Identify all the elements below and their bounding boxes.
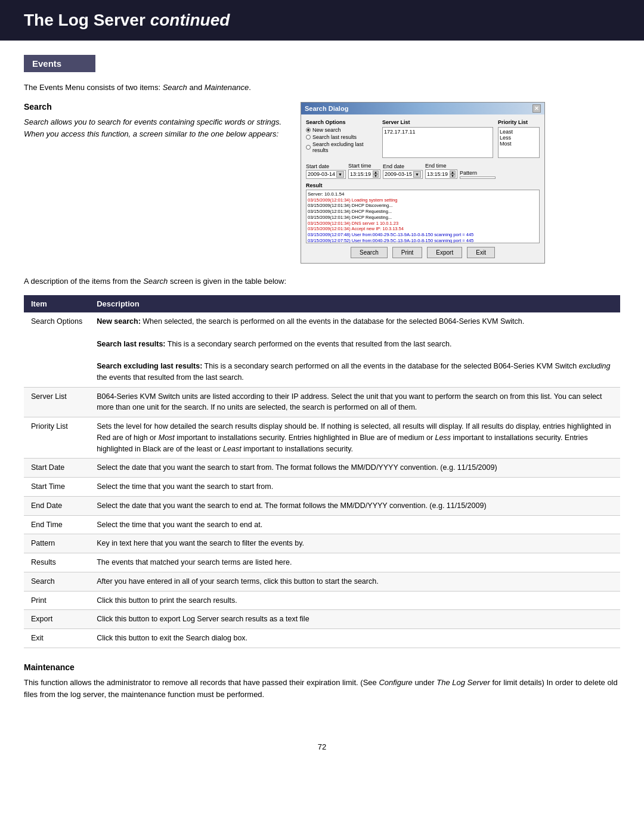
end-date-input[interactable]: 2009-03-15 ▼ bbox=[383, 170, 423, 179]
pattern-input[interactable] bbox=[460, 176, 496, 179]
events-section-title: Events bbox=[24, 55, 95, 72]
table-cell-desc: Select the time that you want the search… bbox=[89, 515, 620, 534]
table-cell-item: Server List bbox=[24, 387, 89, 417]
search-options-label: Search Options bbox=[306, 119, 377, 125]
two-col-layout: Search Search allows you to search for e… bbox=[24, 102, 620, 264]
server-list-label: Server List bbox=[382, 119, 493, 125]
search-last-radio-circle bbox=[306, 135, 311, 140]
search-description: Search allows you to search for events c… bbox=[24, 116, 286, 140]
result-line-2: 03/15/2009(12:01:34) DHCP Discovering... bbox=[308, 203, 538, 209]
priority-item-least: Least bbox=[500, 129, 538, 135]
info-table: Item Description Search OptionsNew searc… bbox=[24, 295, 620, 648]
server-listbox[interactable]: 172.17.17.11 bbox=[382, 127, 493, 158]
start-date-dropdown-icon[interactable]: ▼ bbox=[336, 171, 344, 178]
dialog-search-options: Search Options New search Search last re… bbox=[306, 119, 377, 158]
page-header: The Log Server continued bbox=[0, 0, 644, 41]
table-cell-item: Search bbox=[24, 572, 89, 591]
end-date-group: End date 2009-03-15 ▼ bbox=[383, 163, 423, 179]
table-row: Start TimeSelect the time that you want … bbox=[24, 478, 620, 497]
result-line-5: 03/15/2009(12:01:34) DNS server 1 10.0.1… bbox=[308, 221, 538, 227]
search-excl-radio-circle bbox=[306, 145, 311, 150]
table-cell-item: Search Options bbox=[24, 312, 89, 387]
dialog-dates-row: Start date 2009-03-14 ▼ Start time 13:15… bbox=[306, 163, 540, 179]
new-search-label: New search bbox=[312, 127, 341, 133]
table-cell-desc: New search: When selected, the search is… bbox=[89, 312, 620, 387]
table-cell-item: Print bbox=[24, 591, 89, 610]
table-row: PatternKey in text here that you want th… bbox=[24, 534, 620, 553]
start-date-label: Start date bbox=[306, 163, 346, 169]
result-line-3: 03/15/2009(12:01:34) DHCP Requesting... bbox=[308, 209, 538, 215]
table-cell-desc: After you have entered in all of your se… bbox=[89, 572, 620, 591]
search-button[interactable]: Search bbox=[351, 247, 388, 258]
start-time-input[interactable]: 13:15:19 ▲ ▼ bbox=[348, 169, 380, 179]
result-box: Server: 10.0.1.54 03/15/2009(12:01:34) L… bbox=[306, 190, 540, 243]
table-row: Start DateSelect the date that you want … bbox=[24, 459, 620, 478]
end-time-label: End time bbox=[425, 163, 457, 169]
table-cell-item: End Time bbox=[24, 515, 89, 534]
table-cell-item: Priority List bbox=[24, 417, 89, 459]
result-line-8: 03/15/2009(12:07:52) User from:0040-29-5… bbox=[308, 238, 538, 243]
dialog-titlebar: Search Dialog ✕ bbox=[301, 103, 544, 114]
dialog-close-button[interactable]: ✕ bbox=[532, 104, 541, 113]
dialog-title: Search Dialog bbox=[305, 105, 348, 112]
start-time-spinner[interactable]: ▲ ▼ bbox=[373, 171, 379, 178]
table-row: End TimeSelect the time that you want th… bbox=[24, 515, 620, 534]
result-server-line: Server: 10.0.1.54 bbox=[308, 191, 538, 197]
table-cell-desc: Click this button to print the search re… bbox=[89, 591, 620, 610]
search-last-radio[interactable]: Search last results bbox=[306, 134, 377, 140]
start-time-down-arrow[interactable]: ▼ bbox=[373, 174, 379, 178]
page-content: Events The Events Menu consists of two i… bbox=[0, 55, 644, 724]
priority-list-label: Priority List bbox=[498, 119, 540, 125]
new-search-radio-circle bbox=[306, 128, 311, 132]
start-date-value: 2009-03-14 bbox=[308, 171, 335, 177]
result-line-1: 03/15/2009(12:01:34) Loading system sett… bbox=[308, 197, 538, 203]
result-label: Result bbox=[306, 182, 540, 188]
table-cell-item: End Date bbox=[24, 496, 89, 515]
export-button[interactable]: Export bbox=[427, 247, 462, 258]
table-cell-desc: The events that matched your search term… bbox=[89, 553, 620, 572]
left-column: Search Search allows you to search for e… bbox=[24, 102, 286, 264]
table-cell-desc: B064-Series KVM Switch units are listed … bbox=[89, 387, 620, 417]
start-time-group: Start time 13:15:19 ▲ ▼ bbox=[348, 163, 380, 179]
result-line-4: 03/15/2009(12:01:34) DHCP Requesting... bbox=[308, 215, 538, 221]
search-last-label: Search last results bbox=[312, 134, 357, 140]
priority-listbox[interactable]: Least Less Most bbox=[498, 127, 540, 158]
end-time-input[interactable]: 13:15:19 ▲ ▼ bbox=[425, 169, 457, 179]
print-button[interactable]: Print bbox=[392, 247, 423, 258]
start-date-group: Start date 2009-03-14 ▼ bbox=[306, 163, 346, 179]
right-column: Search Dialog ✕ Search Options New searc… bbox=[301, 102, 551, 264]
pattern-group: Pattern bbox=[460, 170, 496, 179]
table-row: SearchAfter you have entered in all of y… bbox=[24, 572, 620, 591]
dialog-priority-list: Priority List Least Less Most bbox=[498, 119, 540, 158]
search-excl-radio[interactable]: Search excluding last results bbox=[306, 141, 377, 153]
end-date-dropdown-icon[interactable]: ▼ bbox=[413, 171, 421, 178]
dialog-top-row: Search Options New search Search last re… bbox=[306, 119, 540, 158]
search-excl-label: Search excluding last results bbox=[312, 141, 377, 153]
new-search-radio[interactable]: New search bbox=[306, 127, 377, 133]
table-cell-desc: Select the date that you want the search… bbox=[89, 496, 620, 515]
start-date-input[interactable]: 2009-03-14 ▼ bbox=[306, 170, 346, 179]
page-title: The Log Server continued bbox=[24, 11, 620, 30]
result-line-7: 03/15/2009(12:07:48) User from:0040-29-5… bbox=[308, 232, 538, 238]
table-cell-desc: Click this button to exit the Search dia… bbox=[89, 629, 620, 648]
dialog-buttons: Search Print Export Exit bbox=[306, 247, 540, 258]
table-cell-item: Start Time bbox=[24, 478, 89, 497]
table-cell-desc: Key in text here that you want the searc… bbox=[89, 534, 620, 553]
table-row: Server ListB064-Series KVM Switch units … bbox=[24, 387, 620, 417]
search-dialog-screenshot: Search Dialog ✕ Search Options New searc… bbox=[301, 102, 545, 264]
exit-button[interactable]: Exit bbox=[467, 247, 495, 258]
maintenance-text: This function allows the administrator t… bbox=[24, 677, 620, 701]
end-time-down-arrow[interactable]: ▼ bbox=[450, 174, 456, 178]
end-date-value: 2009-03-15 bbox=[385, 171, 412, 177]
end-time-spinner[interactable]: ▲ ▼ bbox=[450, 171, 456, 178]
result-line-6: 03/15/2009(12:01:34) Accept new IP: 10.3… bbox=[308, 226, 538, 232]
table-row: PrintClick this button to print the sear… bbox=[24, 591, 620, 610]
start-time-label: Start time bbox=[348, 163, 380, 169]
description-paragraph: A description of the items from the Sear… bbox=[24, 275, 620, 287]
priority-item-most: Most bbox=[500, 141, 538, 147]
end-time-value: 13:15:19 bbox=[427, 171, 448, 177]
page-number: 72 bbox=[0, 736, 644, 757]
table-cell-item: Start Date bbox=[24, 459, 89, 478]
priority-item-less: Less bbox=[500, 135, 538, 141]
dialog-body: Search Options New search Search last re… bbox=[301, 114, 544, 263]
